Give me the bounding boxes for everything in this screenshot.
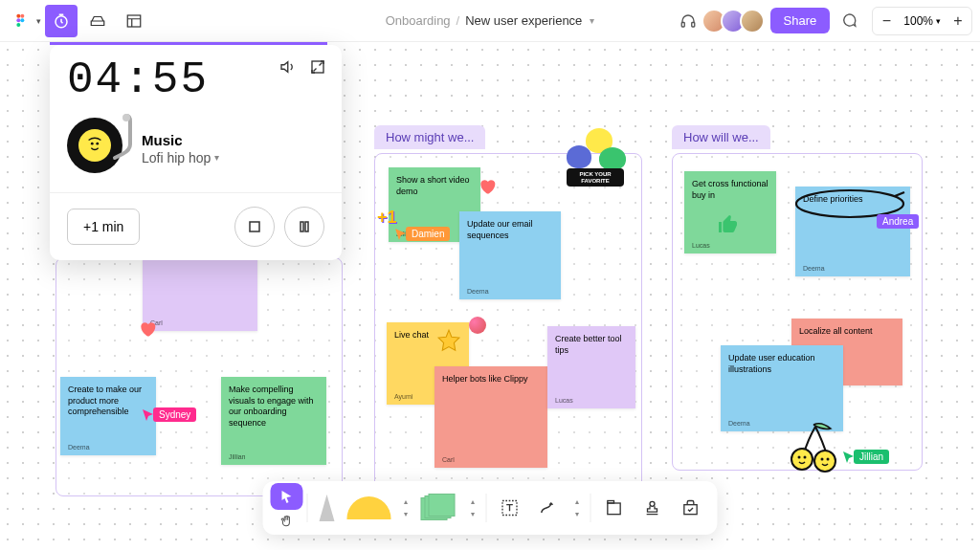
voting-tool-icon[interactable] — [81, 5, 114, 37]
sticky-note[interactable]: Update user education illustrations Deem… — [721, 345, 843, 431]
volume-icon[interactable] — [278, 58, 296, 79]
svg-point-11 — [814, 451, 835, 472]
timer-music-row: Music Lofi hip hop ▾ — [50, 112, 342, 193]
collaborator-avatars[interactable] — [707, 9, 765, 33]
plus-one-sticker-icon[interactable]: +1 — [377, 208, 397, 228]
tool-submenu-icon[interactable]: ▴▾ — [396, 489, 415, 527]
svg-point-15 — [827, 458, 830, 461]
section-tool-icon[interactable] — [595, 489, 634, 527]
audio-icon[interactable] — [675, 8, 702, 34]
music-title: Music — [142, 132, 219, 148]
tool-submenu-icon[interactable]: ▴▾ — [463, 489, 482, 527]
sticky-note[interactable]: Carl — [143, 258, 257, 331]
svg-point-2 — [16, 18, 20, 22]
figma-logo-icon[interactable] — [8, 8, 34, 34]
text-tool-icon[interactable] — [491, 489, 529, 527]
timer-tool-icon[interactable] — [45, 5, 78, 37]
zoom-in-button[interactable]: + — [945, 8, 971, 34]
widgets-tool-icon[interactable] — [672, 489, 710, 527]
zoom-value[interactable]: 100%▾ — [900, 14, 945, 28]
music-track-selector[interactable]: Lofi hip hop ▾ — [142, 150, 219, 165]
pencil-tool-icon[interactable] — [312, 489, 343, 527]
svg-point-20 — [122, 114, 130, 121]
timer-display: 04:55 — [50, 45, 342, 112]
cherries-sticker-icon[interactable] — [789, 421, 842, 478]
multiplayer-cursor: Jillian — [842, 450, 889, 464]
breadcrumb-separator: / — [457, 13, 460, 28]
timer-progress-bar — [50, 42, 327, 45]
svg-point-14 — [821, 458, 824, 461]
svg-point-18 — [91, 143, 94, 145]
heart-sticker-icon[interactable] — [477, 177, 498, 200]
sticky-note[interactable]: Get cross functional buy in Lucas — [684, 171, 776, 253]
connector-tool-icon[interactable] — [529, 489, 568, 527]
hand-tool-icon[interactable] — [271, 510, 303, 533]
tool-submenu-icon[interactable]: ▴▾ — [568, 489, 587, 527]
expand-icon[interactable] — [309, 58, 326, 79]
section-frame[interactable]: How might we... Show a short video demo … — [374, 153, 642, 497]
svg-point-13 — [804, 456, 807, 459]
top-bar-right: Share − 100%▾ + — [675, 7, 972, 35]
layout-tool-icon[interactable] — [118, 5, 150, 37]
svg-rect-21 — [250, 222, 259, 231]
svg-point-12 — [798, 456, 801, 459]
heart-sticker-icon[interactable] — [137, 319, 158, 342]
pointer-tool-icon[interactable] — [271, 483, 303, 510]
add-minute-button[interactable]: +1 min — [67, 209, 140, 245]
timer-widget[interactable]: 04:55 Music Lofi hip hop ▾ +1 min — [50, 45, 342, 260]
pick-favorite-sticker[interactable]: PICK YOUR FAVORITE — [563, 126, 632, 191]
svg-point-9 — [796, 190, 903, 217]
top-bar-left: ▾ — [8, 5, 150, 37]
timer-controls: +1 min — [50, 193, 342, 260]
sticky-note[interactable]: Helper bots like Clippy Carl — [434, 366, 547, 468]
record-player-icon — [67, 118, 128, 179]
sticky-note[interactable]: Update our email sequences Deema — [459, 211, 561, 299]
zoom-out-button[interactable]: − — [873, 8, 900, 34]
multiplayer-cursor: Andrea — [879, 214, 919, 229]
svg-rect-26 — [608, 501, 614, 504]
svg-rect-22 — [301, 222, 303, 231]
svg-point-4 — [16, 23, 20, 27]
sticky-note[interactable]: Make compelling visuals to engage with o… — [221, 377, 326, 465]
svg-rect-23 — [305, 222, 308, 231]
section-frame[interactable]: Carl Create to make our product more com… — [56, 257, 343, 496]
top-bar: ▾ Onboarding / New user experience ▾ Sha… — [0, 0, 980, 42]
svg-rect-8 — [691, 22, 694, 27]
section-label[interactable]: How might we... — [374, 125, 485, 149]
shape-tool-icon[interactable] — [343, 489, 396, 527]
dot-sticker-icon[interactable] — [469, 317, 486, 334]
svg-point-1 — [20, 13, 24, 17]
breadcrumb-parent: Onboarding — [386, 13, 451, 28]
breadcrumb-current: New user experience — [465, 13, 582, 28]
zoom-controls: − 100%▾ + — [872, 7, 972, 35]
breadcrumb[interactable]: Onboarding / New user experience ▾ — [386, 13, 595, 28]
share-button[interactable]: Share — [770, 8, 831, 33]
stamp-tool-icon[interactable] — [634, 489, 672, 527]
multiplayer-cursor: Sydney — [142, 407, 196, 422]
svg-point-3 — [20, 18, 24, 22]
pause-button[interactable] — [284, 207, 324, 247]
multiplayer-cursor: Damien — [394, 227, 450, 241]
svg-point-27 — [650, 501, 655, 506]
bottom-toolbar: ▴▾ ▴▾ ▴▾ — [263, 481, 718, 535]
star-sticker-icon[interactable] — [436, 328, 461, 357]
svg-point-0 — [16, 13, 20, 17]
avatar[interactable] — [740, 9, 765, 33]
svg-rect-25 — [608, 503, 620, 515]
thumbs-up-sticker-icon[interactable] — [717, 213, 740, 240]
chevron-down-icon[interactable]: ▾ — [36, 16, 41, 26]
sticky-note[interactable]: Create better tool tips Lucas — [547, 326, 635, 408]
sticky-note-tool-icon[interactable] — [415, 489, 463, 527]
chevron-down-icon[interactable]: ▾ — [590, 15, 594, 26]
stop-button[interactable] — [234, 207, 275, 247]
comment-icon[interactable] — [835, 8, 862, 34]
svg-rect-6 — [127, 15, 141, 27]
section-label[interactable]: How will we... — [672, 125, 770, 149]
svg-rect-7 — [681, 22, 684, 27]
svg-point-10 — [791, 449, 813, 470]
